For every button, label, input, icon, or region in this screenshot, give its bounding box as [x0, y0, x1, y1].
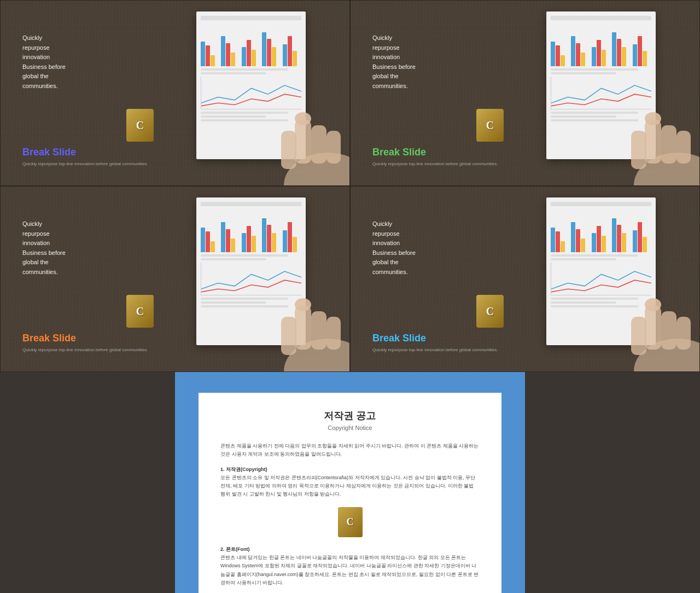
- copyright-section1: 1. 저작권(Copyright) 모든 콘텐츠의 소유 및 저작권은 콘텐츠라…: [220, 466, 480, 499]
- svg-rect-10: [631, 131, 646, 169]
- slide-2-break-label: Break Slide: [372, 147, 426, 158]
- svg-point-17: [295, 298, 311, 311]
- slide-2-logo: C: [476, 109, 504, 142]
- copyright-subtitle: Copyright Notice: [220, 425, 480, 431]
- copyright-title: 저작권 공고: [220, 409, 480, 422]
- slide-3-sub-label: Quickly repurpose top-line innovation be…: [22, 347, 148, 352]
- section1-body: 모든 콘텐츠의 소유 및 저작권은 콘텐츠라피(Contentsrafia)와 …: [220, 475, 475, 497]
- slide-1-logo: C: [126, 109, 154, 142]
- svg-point-5: [295, 112, 311, 125]
- slide-4-break-label: Break Slide: [372, 333, 426, 344]
- slide-4-text: Quickly repurpose innovation Business be…: [372, 219, 416, 277]
- svg-rect-7: [645, 120, 661, 164]
- svg-rect-19: [645, 306, 661, 350]
- svg-rect-21: [676, 317, 691, 350]
- slide-4-sub-label: Quickly repurpose top-line innovation be…: [372, 347, 498, 352]
- svg-rect-4: [281, 131, 296, 169]
- svg-rect-9: [676, 131, 691, 164]
- slide-3-hand: [240, 262, 349, 371]
- section2-body: 콘텐츠 내에 담겨있는 한글 폰트는 네이버 나눔글꼴의 저작물을 이용하여 재…: [220, 555, 479, 585]
- copyright-logo-area: C: [220, 507, 480, 537]
- svg-rect-14: [311, 311, 326, 350]
- svg-point-23: [645, 298, 661, 311]
- slide-1-text: Quickly repurpose innovation Business be…: [22, 33, 66, 91]
- slide-1: Quickly repurpose innovation Business be…: [0, 0, 350, 186]
- copyright-section2: 2. 폰트(Font) 콘텐츠 내에 담겨있는 한글 폰트는 네이버 나눔글꼴의…: [220, 545, 480, 587]
- slide-1-sub-label: Quickly repurpose top-line innovation be…: [22, 161, 148, 166]
- slide-4: Quickly repurpose innovation Business be…: [350, 186, 700, 372]
- slide-3: Quickly repurpose innovation Business be…: [0, 186, 350, 372]
- copyright-body: 콘텐츠 제품을 사용하기 전에 다음의 업무의 조항들을 자세히 읽어 주시기 …: [220, 442, 480, 593]
- svg-point-11: [645, 112, 661, 125]
- svg-rect-15: [326, 317, 341, 350]
- slide-2-sub-label: Quickly repurpose top-line innovation be…: [372, 161, 498, 166]
- svg-rect-8: [661, 125, 676, 164]
- copyright-intro: 콘텐츠 제품을 사용하기 전에 다음의 업무의 조항들을 자세히 읽어 주시기 …: [220, 442, 480, 459]
- section2-title: 2. 폰트(Font): [220, 547, 250, 552]
- svg-rect-1: [295, 120, 311, 164]
- copyright-notice: 저작권 공고 Copyright Notice 콘텐츠 제품을 사용하기 전에 …: [197, 391, 503, 593]
- slide-3-break-label: Break Slide: [22, 333, 76, 344]
- slide-2-text: Quickly repurpose innovation Business be…: [372, 33, 416, 91]
- slides-grid: Quickly repurpose innovation Business be…: [0, 0, 700, 372]
- svg-rect-2: [311, 125, 326, 164]
- slide-2: Quickly repurpose innovation Business be…: [350, 0, 700, 186]
- svg-rect-22: [631, 317, 646, 355]
- copyright-wrapper: 저작권 공고 Copyright Notice 콘텐츠 제품을 사용하기 전에 …: [175, 372, 525, 593]
- slide-4-logo: C: [476, 295, 504, 328]
- svg-rect-13: [295, 306, 311, 350]
- svg-rect-16: [281, 317, 296, 355]
- copyright-logo-box: C: [338, 507, 363, 537]
- svg-rect-20: [661, 311, 676, 350]
- slide-3-text: Quickly repurpose innovation Business be…: [22, 219, 66, 277]
- slide-4-hand: [590, 262, 699, 371]
- slide-1-break-label: Break Slide: [22, 147, 76, 158]
- slide-1-hand: [240, 76, 349, 185]
- section1-title: 1. 저작권(Copyright): [220, 467, 267, 472]
- slide-3-logo: C: [126, 295, 154, 328]
- slide-2-hand: [590, 76, 699, 185]
- svg-rect-3: [326, 131, 341, 164]
